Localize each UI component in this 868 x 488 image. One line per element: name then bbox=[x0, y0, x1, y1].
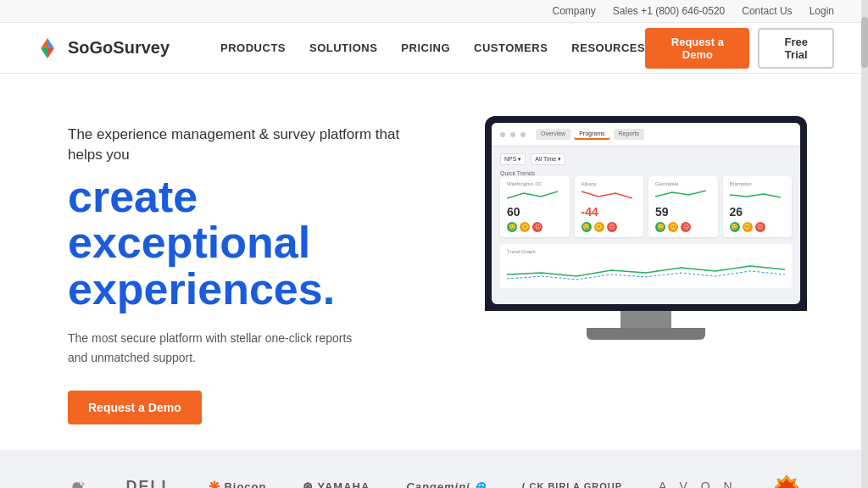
svg-marker-1 bbox=[47, 38, 54, 48]
hero-headline-line1: create bbox=[68, 172, 198, 221]
mock-chart-title: Trend Graph bbox=[507, 249, 785, 254]
capgemini-text: Capgemini bbox=[406, 480, 470, 488]
nav-actions: Request a Demo Free Trial bbox=[645, 28, 834, 69]
mock-app-header: Overview Programs Reports bbox=[492, 123, 800, 147]
face-neutral-3: 😐 bbox=[668, 222, 678, 232]
mock-card-albany-title: Albany bbox=[581, 181, 637, 186]
mock-tabs: Overview Programs Reports bbox=[536, 129, 644, 140]
mock-card-brampton-faces: 😊 😐 ☹ bbox=[730, 222, 786, 232]
mock-card-brampton: Brampton 26 😊 😐 ☹ bbox=[723, 176, 793, 237]
main-nav: SoGoSurvey PRODUCTS SOLUTIONS PRICING CU… bbox=[0, 23, 868, 74]
nav-pricing[interactable]: PRICING bbox=[401, 42, 450, 54]
mock-filter-row: NPS ▾ All Time ▾ bbox=[500, 153, 792, 165]
mock-card-dc-title: Washington DC bbox=[507, 181, 563, 186]
face-neutral-2: 😐 bbox=[594, 222, 604, 232]
logo-dell: DELL bbox=[125, 478, 172, 488]
yamaha-symbol: ⊛ bbox=[303, 480, 314, 488]
face-happy-4: 😊 bbox=[730, 222, 740, 232]
logos-bar: DELL ❋ Biocon ⊛ YAMAHA Capgemini⊕ ( CK B… bbox=[0, 450, 868, 488]
contact-link[interactable]: Contact Us bbox=[742, 5, 792, 17]
mock-card-glenndale-title: Glenndale bbox=[655, 181, 711, 186]
monitor-screen: Overview Programs Reports NPS ▾ All Time… bbox=[485, 116, 807, 311]
mock-chart-line bbox=[507, 258, 785, 283]
face-sad-4: ☹ bbox=[755, 222, 765, 232]
sales-link[interactable]: Sales +1 (800) 646-0520 bbox=[613, 5, 725, 17]
face-neutral-4: 😐 bbox=[743, 222, 753, 232]
mock-app-content: NPS ▾ All Time ▾ Quick Trends Washington… bbox=[492, 147, 800, 295]
face-happy-3: 😊 bbox=[655, 222, 665, 232]
logo-apple bbox=[69, 476, 89, 488]
scrollbar[interactable] bbox=[861, 0, 868, 488]
face-sad-2: ☹ bbox=[607, 222, 617, 232]
logo-avon: A V O N bbox=[659, 480, 737, 488]
logo-area[interactable]: SoGoSurvey bbox=[34, 35, 170, 62]
hero-text: The experience management & survey platf… bbox=[68, 116, 424, 424]
sogosurvey-logo-icon bbox=[34, 35, 61, 62]
mock-dot-3 bbox=[520, 132, 526, 137]
monitor-stand-base bbox=[587, 328, 705, 340]
logo-yamaha: ⊛ YAMAHA bbox=[303, 480, 370, 488]
free-trial-button[interactable]: Free Trial bbox=[758, 28, 834, 69]
hero-request-demo-button[interactable]: Request a Demo bbox=[68, 391, 202, 424]
biocon-symbol: ❋ bbox=[209, 479, 220, 488]
hero-section: The experience management & survey platf… bbox=[0, 74, 868, 450]
biocon-text: Biocon bbox=[224, 480, 266, 488]
mock-tab-reports: Reports bbox=[614, 129, 645, 140]
nav-customers[interactable]: CUSTOMERS bbox=[474, 42, 548, 54]
mock-card-albany: Albany -44 😊 😐 ☹ bbox=[575, 176, 644, 237]
nav-resources[interactable]: RESOURCES bbox=[571, 42, 645, 54]
login-link[interactable]: Login bbox=[810, 5, 834, 17]
apple-icon bbox=[69, 476, 89, 488]
monitor-mockup: Overview Programs Reports NPS ▾ All Time… bbox=[485, 116, 807, 340]
logo-text: SoGoSurvey bbox=[68, 38, 170, 58]
mock-card-glenndale-chart bbox=[655, 188, 706, 202]
logo-biocon: ❋ Biocon bbox=[209, 479, 266, 488]
avon-text: A V O N bbox=[659, 480, 737, 488]
mock-card-brampton-value: 26 bbox=[730, 205, 786, 219]
nav-products[interactable]: PRODUCTS bbox=[220, 42, 286, 54]
nav-solutions[interactable]: SOLUTIONS bbox=[309, 42, 377, 54]
hero-headline-line2: exceptional bbox=[68, 218, 310, 267]
svg-marker-0 bbox=[41, 38, 47, 48]
mock-card-dc-chart bbox=[507, 188, 558, 202]
mock-card-glenndale-value: 59 bbox=[655, 205, 711, 219]
monitor-stand-neck bbox=[620, 311, 671, 328]
utility-bar: Company Sales +1 (800) 646-0520 Contact … bbox=[0, 0, 868, 23]
mock-cards: Washington DC 60 😊 😐 ☹ bbox=[500, 176, 792, 237]
trend-chart-svg bbox=[507, 258, 785, 283]
shell-icon bbox=[774, 474, 799, 488]
logo-ckbirla: ( CK BIRLA GROUP bbox=[522, 481, 622, 488]
hero-description: The most secure platform with stellar on… bbox=[68, 329, 356, 367]
hero-subtitle: The experience management & survey platf… bbox=[68, 125, 424, 165]
mock-card-dc: Washington DC 60 😊 😐 ☹ bbox=[500, 176, 570, 237]
svg-marker-2 bbox=[41, 47, 47, 58]
company-link[interactable]: Company bbox=[552, 5, 595, 17]
mock-section-title: Quick Trends bbox=[500, 170, 792, 176]
monitor-inner: Overview Programs Reports NPS ▾ All Time… bbox=[492, 123, 800, 304]
ckbirla-text: ( CK BIRLA GROUP bbox=[522, 481, 622, 488]
mock-tab-overview: Overview bbox=[536, 129, 570, 140]
hero-headline-line3: experiences. bbox=[68, 264, 335, 313]
yamaha-text: YAMAHA bbox=[317, 480, 370, 488]
scrollbar-thumb[interactable] bbox=[861, 17, 868, 68]
mock-card-dc-faces: 😊 😐 ☹ bbox=[507, 222, 563, 232]
nav-links: PRODUCTS SOLUTIONS PRICING CUSTOMERS RES… bbox=[220, 42, 645, 54]
mock-card-albany-value: -44 bbox=[581, 205, 637, 219]
request-demo-button[interactable]: Request a Demo bbox=[645, 28, 749, 69]
mock-tab-programs: Programs bbox=[574, 129, 609, 140]
mock-card-brampton-title: Brampton bbox=[730, 181, 786, 186]
hero-headline: create exceptional experiences. bbox=[68, 174, 424, 313]
face-happy: 😊 bbox=[507, 222, 517, 232]
mock-card-dc-value: 60 bbox=[507, 205, 563, 219]
capgemini-symbol: ⊕ bbox=[474, 479, 486, 488]
mock-trend-chart: Trend Graph bbox=[500, 244, 792, 288]
logo-capgemini: Capgemini⊕ bbox=[406, 479, 485, 488]
svg-marker-3 bbox=[47, 47, 54, 58]
face-sad: ☹ bbox=[532, 222, 542, 232]
face-sad-3: ☹ bbox=[681, 222, 691, 232]
face-happy-2: 😊 bbox=[581, 222, 592, 232]
hero-image: Overview Programs Reports NPS ▾ All Time… bbox=[458, 116, 834, 340]
mock-card-glenndale-faces: 😊 😐 ☹ bbox=[655, 222, 711, 232]
mock-card-albany-faces: 😊 😐 ☹ bbox=[581, 222, 637, 232]
mock-dot-1 bbox=[500, 132, 505, 137]
